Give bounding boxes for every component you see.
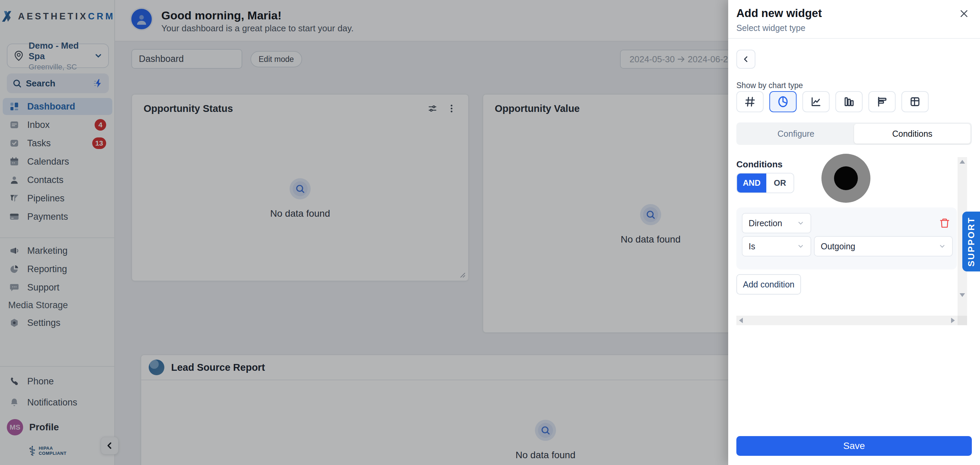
hash-icon <box>744 96 756 108</box>
chevron-down-icon <box>939 243 946 250</box>
chart-type-bar-button[interactable] <box>835 91 862 112</box>
condition-field-value: Direction <box>749 218 782 228</box>
save-button[interactable]: Save <box>737 436 972 456</box>
chart-type-table-button[interactable] <box>901 91 929 112</box>
panel-subtitle: Select widget type <box>737 23 805 33</box>
logic-toggle: AND OR <box>737 173 794 193</box>
bar-chart-horizontal-icon <box>876 96 888 108</box>
tab-conditions[interactable]: Conditions <box>854 124 970 144</box>
tab-configure[interactable]: Configure <box>738 124 854 144</box>
app-root: AESTHETIXCRM Demo - Med Spa Greenville, … <box>0 0 980 465</box>
line-chart-icon <box>810 96 822 108</box>
pie-chart-icon <box>777 95 789 108</box>
scroll-left-arrow[interactable] <box>739 318 743 323</box>
condition-value-value: Outgoing <box>821 241 855 251</box>
chart-type-line-button[interactable] <box>802 91 830 112</box>
logic-or-button[interactable]: OR <box>766 173 794 192</box>
condition-field-select[interactable]: Direction <box>742 213 811 233</box>
add-condition-label: Add condition <box>743 279 795 289</box>
close-button[interactable] <box>958 8 970 20</box>
horizontal-scrollbar[interactable] <box>737 316 958 325</box>
scroll-right-arrow[interactable] <box>951 318 955 323</box>
chart-type-pie-button[interactable] <box>769 91 797 112</box>
panel-divider <box>728 38 980 39</box>
panel-title: Add new widget <box>737 7 822 20</box>
condition-operator-select[interactable]: Is <box>742 236 811 257</box>
modal-backdrop[interactable] <box>0 0 729 465</box>
add-widget-panel: Add new widget Select widget type Show b… <box>728 0 980 465</box>
scrollbar-corner <box>958 316 967 325</box>
conditions-section-label: Conditions <box>737 159 783 170</box>
support-tab-label: SUPPORT <box>966 217 977 267</box>
chevron-left-icon <box>742 55 750 63</box>
click-indicator <box>821 154 870 203</box>
chevron-down-icon <box>797 219 804 227</box>
scroll-down-arrow[interactable] <box>959 293 965 297</box>
condition-operator-value: Is <box>749 241 755 251</box>
add-condition-button[interactable]: Add condition <box>737 274 801 295</box>
chevron-down-icon <box>797 243 804 250</box>
logic-and-button[interactable]: AND <box>737 173 766 192</box>
chart-type-row <box>737 91 929 112</box>
back-button[interactable] <box>737 50 756 69</box>
condition-row-card: Direction Is Outgoing <box>737 208 957 270</box>
table-icon <box>909 96 921 108</box>
panel-tabs: Configure Conditions <box>737 122 972 145</box>
delete-condition-trash-icon[interactable] <box>939 218 950 229</box>
support-tab[interactable]: SUPPORT <box>962 211 980 271</box>
chart-type-number-button[interactable] <box>737 91 764 112</box>
chart-type-bar-horizontal-button[interactable] <box>869 91 896 112</box>
close-icon <box>959 8 969 19</box>
chart-type-label: Show by chart type <box>737 81 803 90</box>
condition-value-select[interactable]: Outgoing <box>814 236 953 257</box>
bar-chart-icon <box>843 96 855 108</box>
scroll-up-arrow[interactable] <box>959 160 965 163</box>
